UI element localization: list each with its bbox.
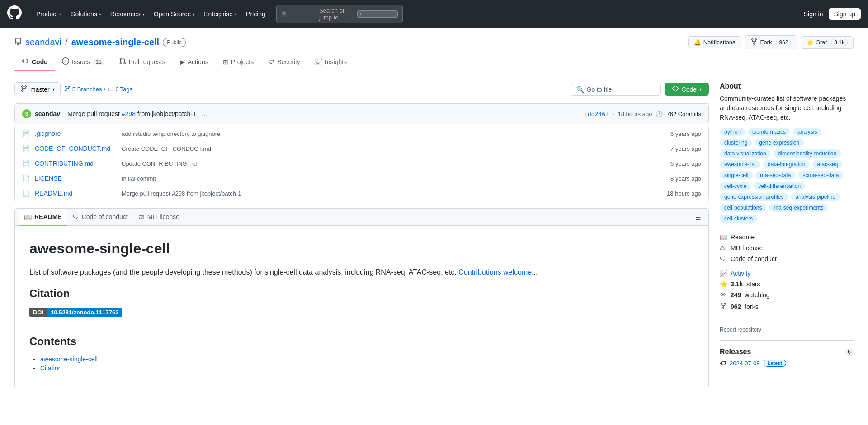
pr-link[interactable]: #298	[122, 110, 136, 117]
nav-open-source[interactable]: Open Source▾	[150, 8, 199, 20]
tab-pull-requests[interactable]: Pull requests	[112, 53, 173, 71]
table-row: 📄 .gitignore add rstudio temp directory …	[15, 126, 708, 141]
tab-insights[interactable]: 📈 Insights	[307, 54, 354, 71]
security-icon: 🛡	[268, 58, 274, 65]
file-name[interactable]: LICENSE	[35, 175, 116, 182]
tab-security[interactable]: 🛡 Security	[261, 54, 307, 71]
readme-tab-readme[interactable]: 📖 README	[19, 209, 67, 226]
topic-tag[interactable]: scrna-seq-data	[798, 171, 843, 179]
sign-up-button[interactable]: Sign up	[829, 8, 861, 20]
repo-owner[interactable]: seandavi	[25, 37, 61, 47]
branch-selector[interactable]: master ▾	[14, 82, 61, 96]
file-time: 18 hours ago	[667, 190, 701, 197]
file-name[interactable]: README.md	[35, 190, 116, 197]
topic-tag[interactable]: cell-differentiation	[754, 182, 805, 190]
topic-tag[interactable]: dimensionality-reduction	[774, 149, 841, 158]
svg-text:S: S	[25, 112, 28, 117]
nav-resources[interactable]: Resources▾	[107, 8, 148, 20]
file-name[interactable]: CODE_OF_CONDUCT.md	[35, 145, 116, 152]
fork-icon	[720, 302, 727, 311]
heart-icon: 🛡	[720, 255, 727, 262]
topic-tag[interactable]: cell-clusters	[720, 215, 757, 223]
tags-link[interactable]: 🏷 6 Tags	[108, 86, 132, 93]
nav-pricing[interactable]: Pricing	[242, 8, 269, 20]
commits-link[interactable]: 762 Commits	[666, 111, 701, 117]
contents-link-0[interactable]: awesome-single-cell	[40, 355, 98, 363]
file-name[interactable]: CONTRIBUTING.md	[35, 160, 116, 167]
tag-icon: 🏷	[108, 86, 113, 93]
readme-link[interactable]: 📖 Readme	[720, 234, 854, 241]
github-logo[interactable]	[7, 5, 22, 23]
branch-icon	[20, 85, 28, 93]
topic-tag[interactable]: awesome-list	[720, 160, 760, 168]
tab-issues[interactable]: Issues 11	[55, 53, 112, 71]
release-item: 🏷 2024-07-08 Latest	[720, 360, 854, 367]
tab-projects[interactable]: ⊞ Projects	[216, 54, 261, 71]
release-tag-link[interactable]: 2024-07-08	[730, 360, 760, 367]
fork-button[interactable]: Fork 962	[745, 35, 797, 49]
tab-actions[interactable]: ▶ Actions	[173, 54, 216, 71]
topic-tag[interactable]: analysis-pipeline	[791, 193, 840, 201]
nav-solutions[interactable]: Solutions▾	[67, 8, 105, 20]
file-time: 7 years ago	[670, 145, 701, 152]
topic-tag[interactable]: data-visualization	[720, 149, 771, 158]
commit-message: Merge pull request #298 from jkobject/pa…	[67, 110, 196, 117]
topic-tag[interactable]: data-integration	[763, 160, 810, 168]
repo-icon	[14, 38, 22, 47]
topic-tag[interactable]: single-cell	[720, 171, 753, 179]
chevron-icon: ▾	[99, 12, 101, 17]
code-dropdown-button[interactable]: Code ▾	[665, 83, 709, 96]
topic-tag[interactable]: gene-expression-profiles	[720, 193, 788, 201]
book-icon: 📖	[720, 234, 727, 241]
topic-tag[interactable]: cell-populations	[720, 204, 766, 212]
readme-tab-code-of-conduct[interactable]: 🛡 Code of conduct	[67, 209, 133, 226]
branches-link[interactable]: 5 Branches	[64, 85, 102, 93]
nav-enterprise[interactable]: Enterprise▾	[200, 8, 241, 20]
topic-tag[interactable]: bioinformatics	[748, 128, 790, 136]
branch-links: 5 Branches • 🏷 6 Tags	[64, 85, 132, 93]
go-to-file-button[interactable]: 🔍 Go to file	[571, 83, 661, 96]
about-description: Community-curated list of software packa…	[720, 94, 854, 122]
topic-tag[interactable]: python	[720, 128, 745, 136]
search-bar[interactable]: 🔍 Search or jump to... /	[276, 5, 403, 23]
topic-tag[interactable]: rna-seq-data	[755, 171, 795, 179]
citation-header: Citation	[29, 287, 694, 302]
star-button[interactable]: ⭐ Star 3.1k	[801, 36, 854, 49]
mit-license-link[interactable]: ⚖ MIT license	[720, 244, 854, 252]
topic-tag[interactable]: rna-seq-experiments	[769, 204, 828, 212]
file-table: 📄 .gitignore add rstudio temp directory …	[14, 126, 709, 201]
topic-tag[interactable]: clustering	[720, 139, 752, 147]
sign-in-link[interactable]: Sign in	[804, 10, 823, 18]
nav-product[interactable]: Product▾	[33, 8, 66, 20]
topic-tag[interactable]: cell-cycle	[720, 182, 751, 190]
about-title: About	[720, 82, 854, 90]
actions-icon: ▶	[180, 58, 185, 65]
file-name[interactable]: .gitignore	[35, 130, 116, 137]
topic-tag[interactable]: atac-seq	[812, 160, 842, 168]
topic-tag[interactable]: analysis	[793, 128, 821, 136]
commit-row: S seandavi Merge pull request #298 from …	[14, 103, 709, 124]
file-commit: Update CONTRIBUTING.md	[122, 160, 665, 167]
readme-tab-mit-license[interactable]: ⚖ MIT license	[133, 209, 185, 226]
commit-author[interactable]: seandavi	[35, 110, 62, 117]
search-icon: 🔍	[281, 11, 316, 18]
table-row: 📄 README.md Merge pull request #298 from…	[15, 186, 708, 201]
search-kbd: /	[357, 10, 398, 18]
commit-hash[interactable]: cdd246f	[584, 111, 609, 117]
repo-name[interactable]: awesome-single-cell	[71, 37, 160, 47]
file-icon: 📄	[22, 130, 29, 137]
tab-code[interactable]: Code	[14, 53, 55, 71]
list-icon[interactable]: ☰	[692, 210, 705, 224]
insights-icon: 📈	[315, 58, 322, 65]
eye-icon: 👁	[720, 291, 727, 299]
code-of-conduct-link[interactable]: 🛡 Code of conduct	[720, 255, 854, 262]
file-icon: 📄	[22, 145, 29, 152]
contributions-link[interactable]: Contributions welcome	[458, 268, 532, 276]
contents-link-1[interactable]: Citation	[40, 364, 61, 372]
tags-container: pythonbioinformaticsanalysisclusteringge…	[720, 128, 854, 223]
topic-tag[interactable]: gene-expression	[755, 139, 804, 147]
commit-expand[interactable]: …	[202, 110, 208, 117]
activity-link[interactable]: Activity	[731, 270, 750, 277]
notifications-button[interactable]: 🔔 Notifications	[688, 36, 741, 48]
report-repository-link[interactable]: Report repository	[720, 327, 761, 333]
